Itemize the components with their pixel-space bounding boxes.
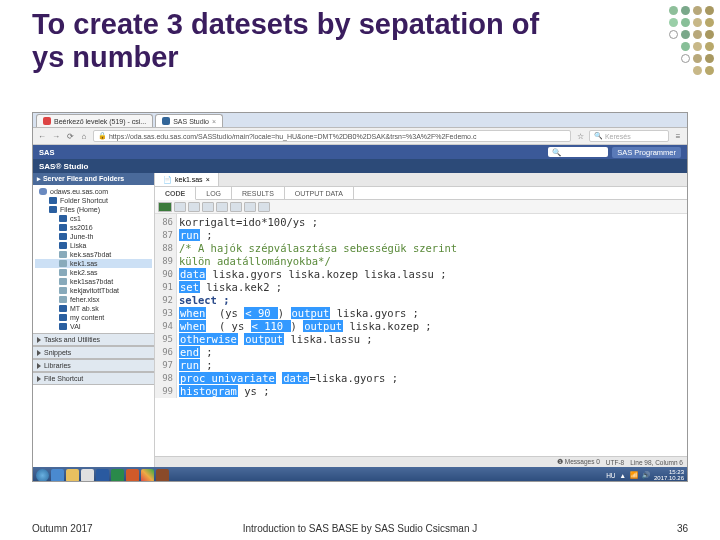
tab-code[interactable]: CODE: [155, 187, 196, 200]
toolbar-button[interactable]: [202, 202, 214, 212]
signout-button[interactable]: SAS Programmer: [612, 147, 681, 158]
forward-icon[interactable]: →: [51, 131, 61, 141]
tree-item[interactable]: my content: [35, 313, 152, 322]
sub-tabs: CODE LOG RESULTS OUTPUT DATA: [155, 187, 687, 200]
sound-icon[interactable]: 🔊: [642, 471, 650, 479]
taskbar-excel-icon[interactable]: [111, 469, 124, 482]
sas-header: SAS 🔍 SAS Programmer: [33, 145, 687, 159]
save-button[interactable]: [174, 202, 186, 212]
sidebar-header[interactable]: ▸ Server Files and Folders: [33, 173, 154, 185]
tree-item[interactable]: kek.sas7bdat: [35, 250, 152, 259]
tab-log[interactable]: LOG: [196, 187, 232, 199]
tree-item[interactable]: June-th: [35, 232, 152, 241]
tray-icon[interactable]: ▲: [620, 472, 626, 479]
editor-area: 📄 kek1.sas × CODE LOG RESULTS OUTPUT DAT…: [155, 173, 687, 467]
toolbar-button[interactable]: [244, 202, 256, 212]
tree-item[interactable]: kek1.sas: [35, 259, 152, 268]
tree-item-label: MT ab.sk: [70, 305, 99, 312]
toolbar-button[interactable]: [188, 202, 200, 212]
file-icon: [59, 287, 67, 294]
taskbar-app-icon[interactable]: [156, 469, 169, 482]
file-icon: [59, 278, 67, 285]
reload-icon[interactable]: ⟳: [65, 131, 75, 141]
toolbar-button[interactable]: [258, 202, 270, 212]
status-bar: ❶ Messages 0 UTF-8 Line 98, Column 6: [155, 456, 687, 467]
tree-item[interactable]: Folder Shortcut: [35, 196, 152, 205]
file-tabs: 📄 kek1.sas ×: [155, 173, 687, 187]
editor-toolbar: [155, 200, 687, 214]
tree-item[interactable]: odaws.eu.sas.com: [35, 187, 152, 196]
folder-o-icon: [49, 197, 57, 204]
browser-toolbar: ← → ⟳ ⌂ 🔒 https://oda.sas.edu.sas.com/SA…: [33, 128, 687, 145]
home-icon[interactable]: ⌂: [79, 131, 89, 141]
close-icon[interactable]: ×: [206, 176, 210, 183]
folder-o-icon: [59, 233, 67, 240]
taskbar-explorer-icon[interactable]: [66, 469, 79, 482]
slide-title: To create 3 datesets by sepatation of ys…: [32, 8, 552, 75]
network-icon[interactable]: 📶: [630, 471, 638, 479]
browser-screenshot: Beérkező levelek (519) - csi... SAS Stud…: [32, 112, 688, 482]
studio-titlebar: SAS® Studio: [33, 159, 687, 173]
tree-item-label: kek.sas7bdat: [70, 251, 111, 258]
file-icon: [59, 260, 67, 267]
tree-item-label: Folder Shortcut: [60, 197, 108, 204]
tree-item[interactable]: cs1: [35, 214, 152, 223]
tree-item-label: ss2016: [70, 224, 93, 231]
sidebar-libraries[interactable]: Libraries: [33, 359, 154, 372]
lang-indicator[interactable]: HU: [606, 472, 615, 479]
taskbar-word-icon[interactable]: [96, 469, 109, 482]
code-editor[interactable]: 86 87 88 89 90 91 92 93 94 95 96 97 98 9…: [155, 214, 687, 456]
tree-item-label: VAI: [70, 323, 81, 330]
browser-tab-gmail[interactable]: Beérkező levelek (519) - csi...: [36, 114, 153, 127]
taskbar-ppt-icon[interactable]: [126, 469, 139, 482]
tree-item-label: feher.xlsx: [70, 296, 100, 303]
address-bar[interactable]: 🔒 https://oda.sas.edu.sas.com/SASStudio/…: [93, 130, 571, 142]
tree-item[interactable]: Files (Home): [35, 205, 152, 214]
menu-icon[interactable]: ≡: [673, 131, 683, 141]
toolbar-button[interactable]: [216, 202, 228, 212]
taskbar-chrome-icon[interactable]: [141, 469, 154, 482]
corner-decoration: [669, 6, 714, 75]
browser-tab-sas[interactable]: SAS Studio×: [155, 114, 223, 127]
folder-o-icon: [59, 314, 67, 321]
tree-item[interactable]: kek2.sas: [35, 268, 152, 277]
taskbar-totalcmd-icon[interactable]: [81, 469, 94, 482]
folder-o-icon: [59, 323, 67, 330]
browser-search[interactable]: 🔍 Keresés: [589, 130, 669, 142]
tree-item-label: kek1.sas: [70, 260, 98, 267]
sidebar-tasks[interactable]: Tasks and Utilities: [33, 333, 154, 346]
run-button[interactable]: [158, 202, 172, 212]
tree-item-label: cs1: [70, 215, 81, 222]
messages-indicator[interactable]: ❶ Messages 0: [557, 458, 600, 466]
windows-taskbar: HU ▲ 📶 🔊 15:232017.10.26: [33, 467, 687, 482]
start-button[interactable]: [36, 469, 49, 482]
folder-o-icon: [59, 224, 67, 231]
file-tab-kek1[interactable]: 📄 kek1.sas ×: [155, 173, 219, 186]
footer-center: Introduction to SAS BASE by SAS Sudio Cs…: [210, 523, 510, 534]
tree-item[interactable]: VAI: [35, 322, 152, 331]
encoding-label: UTF-8: [606, 459, 624, 466]
sidebar-fileshortcut[interactable]: File Shortcut: [33, 372, 154, 385]
close-icon[interactable]: ×: [212, 118, 216, 125]
tree-item[interactable]: kekjavitottTbdat: [35, 286, 152, 295]
taskbar-ie-icon[interactable]: [51, 469, 64, 482]
tree-item[interactable]: feher.xlsx: [35, 295, 152, 304]
tree-item[interactable]: kek1sas7bdat: [35, 277, 152, 286]
cursor-position: Line 98, Column 6: [630, 459, 683, 466]
sas-search[interactable]: 🔍: [548, 147, 608, 157]
file-icon: [59, 251, 67, 258]
tree-item[interactable]: Liska: [35, 241, 152, 250]
folder-o-icon: [59, 242, 67, 249]
clock[interactable]: 15:232017.10.26: [654, 469, 684, 481]
star-icon[interactable]: ☆: [575, 131, 585, 141]
tree-item[interactable]: MT ab.sk: [35, 304, 152, 313]
back-icon[interactable]: ←: [37, 131, 47, 141]
folder-o-icon: [59, 215, 67, 222]
tab-outputdata[interactable]: OUTPUT DATA: [285, 187, 354, 199]
tab-results[interactable]: RESULTS: [232, 187, 285, 199]
sidebar-snippets[interactable]: Snippets: [33, 346, 154, 359]
code-body[interactable]: korrigalt=ido*100/ys ; run ; /* A hajók …: [179, 214, 687, 398]
toolbar-button[interactable]: [230, 202, 242, 212]
tree-item[interactable]: ss2016: [35, 223, 152, 232]
tree-item-label: kek2.sas: [70, 269, 98, 276]
